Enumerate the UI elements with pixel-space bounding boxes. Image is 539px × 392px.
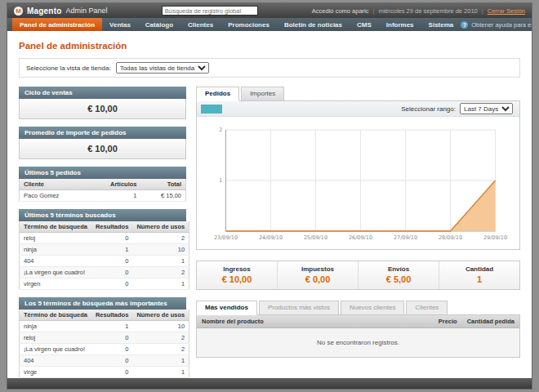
stat-ingresos: Ingresos€ 10,00 (197, 261, 277, 289)
nav-item-clientes[interactable]: Clientes (180, 18, 220, 31)
table-row[interactable]: reloj02 (20, 332, 189, 344)
stat-value: 1 (439, 274, 519, 284)
cell: 2 (132, 344, 189, 355)
cell: virge (20, 367, 91, 378)
logged-in-as: Accedió como aparic (312, 7, 369, 15)
cell: 1 (91, 321, 132, 332)
column-header: Cantidad pedida (462, 315, 519, 328)
tab-nuevos-clientes[interactable]: Nuevos clientes (341, 301, 404, 315)
svg-text:24/09/10: 24/09/10 (259, 234, 283, 241)
products-table: Nombre del productoPrecioCantidad pedida… (197, 315, 519, 357)
nav-item-cms[interactable]: CMS (350, 18, 379, 31)
help-link[interactable]: ? Obtener ayuda para esta página (461, 18, 532, 31)
separator: | (372, 7, 374, 15)
range-toolbar: Seleccionar rango: Last 7 Days (197, 101, 519, 117)
nav-item-catalogo[interactable]: Catálogo (138, 18, 180, 31)
table-row[interactable]: virge01 (20, 367, 189, 378)
table-row[interactable]: virgen01 (20, 278, 189, 290)
cell: ¡La virgen que cuadro! (20, 344, 91, 355)
column-header: Resultados (91, 221, 132, 233)
magento-logo-icon: M (14, 7, 23, 16)
cell: 0 (91, 355, 132, 367)
tab-clientes[interactable]: Clientes (406, 301, 448, 315)
svg-text:1: 1 (219, 177, 222, 184)
stat-value: € 10,00 (197, 274, 277, 284)
stat-label: Ingresos (197, 265, 277, 273)
panel-average-order: Promedio de importe de pedidos€ 10,00 (19, 127, 186, 159)
main-nav: Panel de administraciónVentasCatálogoCli… (7, 18, 532, 31)
global-search-input[interactable] (162, 6, 258, 16)
panel-lifetime-sales-title: Ciclo de ventas (19, 87, 186, 99)
page-title: Panel de administración (19, 41, 520, 51)
cell: 10 (132, 244, 189, 256)
cell: 2 (132, 332, 189, 344)
table-top-search-terms: Término de búsquedaResultadosNúmero de u… (19, 310, 189, 378)
chart-panel: Seleccionar rango: Last 7 Days 2123/09/1… (196, 100, 520, 250)
brand-subtitle: Admin Panel (66, 7, 108, 15)
column-header: Número de usos (132, 310, 189, 321)
empty-message: No se encontraron registros. (197, 328, 519, 358)
panel-lifetime-sales-value: € 10,00 (19, 99, 186, 119)
svg-text:26/09/10: 26/09/10 (349, 234, 372, 241)
table-row[interactable]: 40401 (20, 355, 189, 367)
svg-text:27/09/10: 27/09/10 (394, 234, 417, 241)
panel-lifetime-sales: Ciclo de ventas€ 10,00 (19, 87, 186, 119)
panel-last-orders-title: Últimos 5 pedidos (19, 167, 186, 179)
help-label: Obtener ayuda para esta página (471, 21, 532, 29)
panel-average-order-value: € 10,00 (19, 139, 186, 159)
nav-item-ventas[interactable]: Ventas (102, 18, 138, 31)
nav-item-sistema[interactable]: Sistema (421, 18, 461, 31)
session-info: Accedió como aparic | miércoles 29 de se… (312, 7, 525, 15)
cell: 10 (132, 321, 189, 332)
stat-value: € 0,00 (278, 274, 358, 284)
separator: | (482, 7, 483, 15)
cell: Paco Gomez (20, 190, 87, 202)
table-row[interactable]: 40401 (20, 256, 189, 267)
stat-label: Impuestos (278, 265, 358, 273)
panel-top-search-terms: Los 5 términos de búsqueda más important… (19, 297, 186, 378)
cell: virgen (20, 278, 91, 290)
table-row[interactable]: Paco Gomez1€ 15,00 (20, 190, 186, 202)
column-header: Total (141, 179, 186, 190)
store-switcher-label: Seleccione la vista de tienda: (26, 65, 111, 72)
nav-item-panel-de-administracion[interactable]: Panel de administración (12, 18, 102, 31)
tab-pedidos[interactable]: Pedidos (196, 87, 239, 101)
cell: 0 (91, 267, 132, 278)
table-row[interactable]: reloj02 (20, 233, 189, 244)
orders-chart-area: 2123/09/1024/09/1025/09/1026/09/1027/09/… (197, 117, 519, 249)
tab-importes[interactable]: Importes (241, 87, 284, 101)
column-header: Término de búsqueda (20, 221, 91, 233)
help-icon: ? (461, 21, 468, 29)
nav-item-promociones[interactable]: Promociones (220, 18, 277, 31)
cell: reloj (20, 332, 91, 344)
table-row[interactable]: ninja110 (20, 244, 189, 256)
cell: ninja (20, 244, 91, 256)
dashboard-left-column: Ciclo de ventas€ 10,00Promedio de import… (19, 87, 186, 378)
stat-impuestos: Impuestos€ 0,00 (277, 261, 358, 289)
chart-tabs: PedidosImportes (196, 87, 520, 101)
nav-item-boletin-de-noticias[interactable]: Boletín de noticias (277, 18, 350, 31)
svg-text:2: 2 (219, 127, 222, 133)
cell: 1 (132, 367, 189, 378)
cell: 2 (132, 267, 189, 278)
stat-label: Cantidad (439, 265, 519, 273)
table-row[interactable]: ¡La virgen que cuadro!02 (20, 344, 189, 355)
products-grid-panel: Nombre del productoPrecioCantidad pedida… (196, 314, 520, 358)
tab-productos-mas-vistos[interactable]: Productos más vistos (259, 301, 339, 315)
nav-item-informes[interactable]: Informes (379, 18, 421, 31)
table-row[interactable]: ninja110 (20, 321, 189, 332)
cell: € 15,00 (141, 190, 186, 202)
store-view-select[interactable]: Todas las vistas de tienda (116, 62, 209, 74)
column-header: Nombre del producto (197, 315, 416, 328)
panel-average-order-title: Promedio de importe de pedidos (19, 127, 186, 139)
table-row[interactable]: ¡La virgen que cuadro!02 (20, 267, 189, 278)
logout-link[interactable]: Cerrar Sesión (488, 7, 525, 15)
cell: 0 (91, 278, 132, 290)
toolbar-accent (201, 105, 222, 114)
tab-mas-vendidos[interactable]: Más vendidos (196, 301, 257, 315)
cell: 0 (91, 367, 132, 378)
range-select[interactable]: Last 7 Days (460, 103, 513, 114)
empty-row: No se encontraron registros. (197, 328, 519, 358)
dashboard-content: Panel de administración Seleccione la vi… (7, 31, 532, 378)
page-footer (7, 378, 532, 389)
